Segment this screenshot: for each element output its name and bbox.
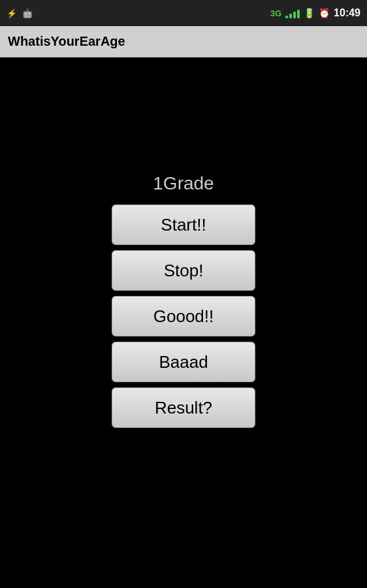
battery-icon	[304, 8, 315, 18]
usb-icon	[7, 8, 17, 18]
result-button[interactable]: Result?	[112, 387, 255, 428]
bad-button[interactable]: Baaad	[112, 342, 255, 382]
status-time: 10:49	[334, 7, 360, 19]
start-button[interactable]: Start!!	[112, 204, 255, 245]
stop-button[interactable]: Stop!	[112, 250, 255, 291]
title-bar: WhatisYourEarAge	[0, 26, 367, 57]
main-content: 1Grade Start!! Stop! Goood!! Baaad Resul…	[0, 57, 367, 588]
app-title: WhatisYourEarAge	[8, 34, 125, 49]
status-right-icons: 3G 10:49	[270, 7, 360, 19]
status-bar: 3G 10:49	[0, 0, 367, 26]
network-type-label: 3G	[270, 8, 281, 18]
signal-bars-icon	[285, 8, 300, 18]
android-icon	[22, 8, 33, 18]
status-left-icons	[7, 8, 33, 18]
grade-label: 1Grade	[153, 173, 214, 194]
alarm-icon	[319, 8, 330, 18]
good-button[interactable]: Goood!!	[112, 296, 255, 336]
